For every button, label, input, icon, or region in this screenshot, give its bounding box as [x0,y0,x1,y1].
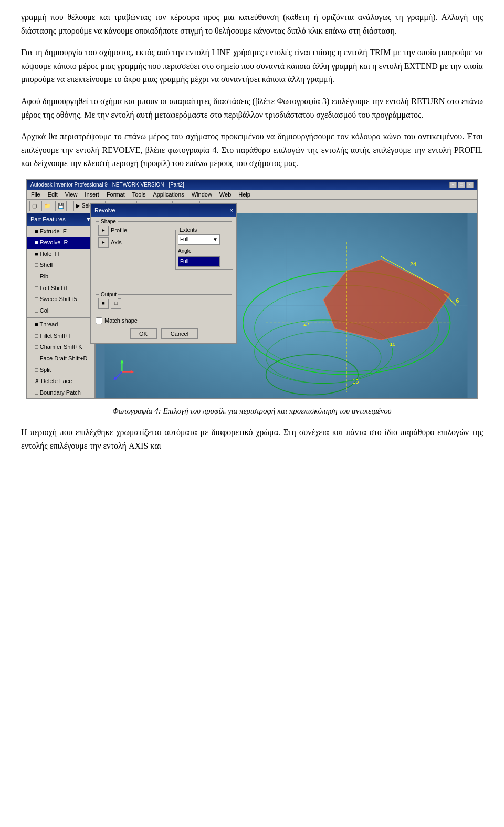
svg-text:27: 27 [303,321,310,327]
minimize-button[interactable]: − [449,182,457,188]
panel-item-split[interactable]: □ Split [27,365,94,376]
dialog-buttons: OK Cancel [96,328,232,339]
menu-insert[interactable]: Insert [83,190,101,200]
caption: Φωτογραφία 4: Επιλογή του προφίλ. για πε… [21,405,483,417]
extents-angle-dropdown[interactable]: Full [178,256,220,267]
svg-text:24: 24 [410,261,416,267]
dialog-output-section: Output ■ □ Match shape OK Cancel [96,294,232,339]
menu-help[interactable]: Help [237,190,252,200]
toolbar-save[interactable]: 💾 [55,201,67,211]
panel-item-thread[interactable]: ■ Thread [27,319,94,330]
paragraph-1: γραμμή που θέλουμε και τραβώντας τον κέρ… [21,11,483,37]
panel-item-boundarypatch[interactable]: □ Boundary Patch [27,387,94,399]
panel-item-hole[interactable]: ■ Hole H [27,249,94,260]
panel-separator-1 [27,317,94,318]
toolbar-separator [70,201,70,211]
svg-text:6: 6 [456,297,459,304]
panel-item-revolve[interactable]: ■ Revolve R [27,237,94,249]
left-panel-header: Part Features ▼ [27,213,94,226]
panel-item-coil[interactable]: □ Coil [27,305,94,317]
match-shape-row: Match shape [96,316,232,326]
dialog-ok-button[interactable]: OK [130,328,157,339]
panel-item-facedraft[interactable]: □ Face Draft Shift+D [27,353,94,365]
bottom-panel-header: Model ▼ [27,399,94,399]
toolbar-new[interactable]: ▢ [29,201,39,211]
panel-item-deleteface[interactable]: ✗ Delete Face [27,376,94,387]
dialog-cancel-button[interactable]: Cancel [161,328,198,339]
closing-paragraph: Η περιοχή που επιλέχθηκε χρωματίζεται αυ… [21,426,483,452]
extents-full-dropdown[interactable]: Full▼ [178,234,220,245]
menu-file[interactable]: File [29,190,42,200]
menu-view[interactable]: View [64,190,79,200]
panel-item-fillet[interactable]: □ Fillet Shift+F [27,330,94,342]
menu-edit[interactable]: Edit [46,190,59,200]
menu-bar: File Edit View Insert Format Tools Appli… [27,190,477,200]
svg-text:10: 10 [390,341,395,347]
dialog-profile-label: Profile [111,226,127,235]
dialog-extents-label: Extents [178,226,198,234]
left-panel: Part Features ▼ ■ Extrude E ■ Revolve R … [27,213,96,398]
match-shape-checkbox[interactable] [96,317,102,324]
output-label: Output [99,291,118,299]
toolbar-open[interactable]: 📁 [41,201,53,211]
title-bar-text: Autodesk Inventor Professional 9 - NETWO… [30,181,184,189]
bottom-spacer [96,399,477,399]
panel-item-loft[interactable]: □ Loft Shift+L [27,283,94,294]
paragraph-4: Αρχικά θα περιστρέψουμε το επάνω μέρος τ… [21,130,483,170]
menu-applications[interactable]: Applications [151,190,185,200]
menu-format[interactable]: Format [105,190,127,200]
dialog-extents-section: Extents Full▼ Angle Full [175,230,233,270]
extents-angle-label: Angle [178,247,230,255]
close-button[interactable]: × [466,182,474,188]
axis-arrow-icon[interactable]: ► [98,237,109,248]
panel-item-rib[interactable]: □ Rib [27,271,94,283]
software-screenshot: Autodesk Inventor Professional 9 - NETWO… [26,179,478,399]
title-bar: Autodesk Inventor Professional 9 - NETWO… [27,180,477,190]
profile-arrow-icon[interactable]: ► [98,225,109,236]
dialog-content: Shape ► Profile ► Axis Extents Full▼ [91,217,236,344]
output-surface-icon[interactable]: □ [111,298,121,309]
output-solid-icon[interactable]: ■ [98,298,109,309]
maximize-button[interactable]: □ [458,182,465,188]
match-shape-label: Match shape [104,316,138,326]
title-bar-buttons: − □ × [449,182,474,188]
dialog-title-bar: Revolve × [91,204,236,217]
app-bottom: Model ▼ ○ Center Point ✎ Sketch1 ◉ End o… [27,398,477,399]
menu-tools[interactable]: Tools [131,190,148,200]
panel-item-shell[interactable]: □ Shell [27,260,94,271]
bottom-panel: Model ▼ ○ Center Point ✎ Sketch1 ◉ End o… [27,399,96,399]
menu-web[interactable]: Web [218,190,233,200]
dialog-axis-label: Axis [111,238,122,247]
paragraph-3: Αφού δημιουργηθεί το σχήμα και μπουν οι … [21,95,483,121]
paragraph-2: Για τη δημιουργία του σχήματος, εκτός απ… [21,46,483,86]
menu-window[interactable]: Window [190,190,214,200]
svg-text:16: 16 [352,378,359,385]
panel-item-extrude[interactable]: ■ Extrude E [27,226,94,237]
output-icons-row: ■ □ [98,298,229,309]
dialog-close-icon[interactable]: × [230,206,233,215]
panel-item-sweep[interactable]: □ Sweep Shift+5 [27,294,94,305]
revolve-dialog: Revolve × Shape ► Profile ► Axis [90,203,237,344]
panel-item-chamfer[interactable]: □ Chamfer Shift+K [27,342,94,353]
app-body: Part Features ▼ ■ Extrude E ■ Revolve R … [27,213,477,398]
dialog-shape-label: Shape [99,218,118,226]
output-inner-section: Output ■ □ [96,294,232,313]
